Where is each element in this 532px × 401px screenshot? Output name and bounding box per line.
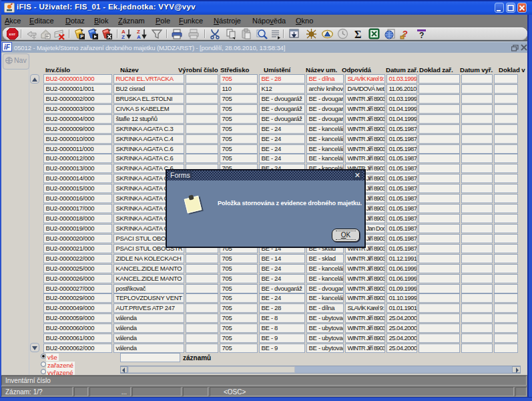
svg-text:Z: Z bbox=[121, 34, 125, 40]
svg-text:Σ: Σ bbox=[354, 29, 361, 40]
svg-text:P: P bbox=[80, 33, 83, 39]
svg-text:EXIT: EXIT bbox=[9, 33, 16, 36]
svg-text:?: ? bbox=[419, 31, 424, 40]
svg-text:A: A bbox=[137, 34, 141, 40]
